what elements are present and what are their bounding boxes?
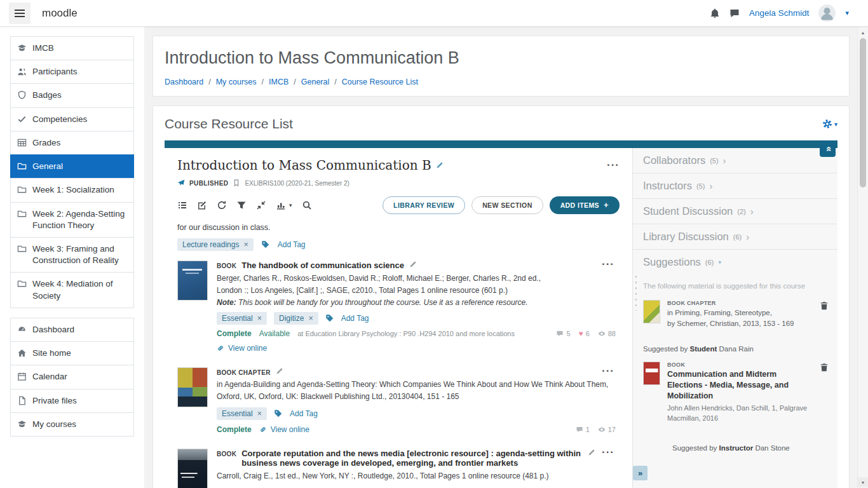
sidebar-item-mycourses[interactable]: My courses [10,412,134,437]
main-content: Introduction to Mass Communication B Das… [144,27,857,488]
messages-chat-icon[interactable] [729,8,740,19]
edit-resource-icon[interactable] [276,367,283,375]
tag-chip: Digitize× [274,312,318,325]
list-title: Introduction to Mass Communication B [177,158,431,173]
sidebar-item-week3[interactable]: Week 3: Framing and Construction of Real… [10,237,134,273]
add-tag-link[interactable]: Add Tag [341,314,369,323]
add-tag-link[interactable]: Add Tag [278,240,306,249]
edit-resource-icon[interactable] [409,261,417,268]
suggested-by-line: Suggested by Instructor Dan Stone [633,428,837,453]
tag-icon [261,240,270,249]
page-title: Introduction to Mass Communication B [165,48,837,68]
sidebar-item-privatefiles[interactable]: Private files [10,389,134,413]
comments-count[interactable]: 5 [556,330,570,337]
scroll-down-icon[interactable]: ▼ [858,477,868,487]
view-online-link[interactable]: View online [228,344,267,353]
remove-tag-icon[interactable]: × [308,315,313,323]
filter-funnel-icon[interactable] [236,200,247,210]
collapse-panel-button[interactable]: » [820,141,836,157]
resource-note: Note: This book will be handy for you th… [217,298,616,307]
chevron-right-icon: › [750,206,754,217]
breadcrumb-general[interactable]: General [301,78,329,86]
user-menu-caret-icon[interactable]: ▾ [845,9,849,17]
view-online-link[interactable]: View online [271,425,309,434]
more-options-icon[interactable]: ··· [602,449,614,456]
scrollbar-thumb[interactable] [860,38,866,187]
panel-section-suggestions[interactable]: Suggestions (6) ▾ [633,250,837,274]
suggestion-item: BOOK CHAPTER in Priming, Framing, Stereo… [633,292,837,332]
resource-meta: Carroll, Craig E., 1st ed., New York, NY… [217,470,616,482]
suggested-by-line: Suggested by Student Dana Rain [633,332,837,354]
site-brand: moodle [42,7,78,20]
add-tag-link[interactable]: Add Tag [290,409,318,418]
breadcrumb-imcb[interactable]: IMCB [269,78,288,86]
sidebar-item-competencies[interactable]: Competencies [10,107,134,132]
new-section-button[interactable]: NEW SECTION [471,196,543,214]
suggestion-title[interactable]: Communication and Midterm Elections - Me… [667,369,813,402]
sidebar-item-participants[interactable]: Participants [10,60,134,84]
search-icon[interactable] [302,200,312,210]
notifications-bell-icon[interactable] [710,8,720,19]
resource-title[interactable]: Corporate reputation and the news media … [241,449,583,468]
page-scrollbar[interactable]: ▲ ▼ [857,27,868,488]
refresh-icon[interactable] [217,200,227,210]
resource-item: BOOK CHAPTER in Agenda-Building and Agen… [177,358,620,439]
delete-trash-icon[interactable] [820,301,829,310]
panel-section-collaborators[interactable]: Collaborators (5) › [633,148,837,173]
resource-item: BOOK Corporate reputation and the news m… [177,439,620,488]
book-cover-thumbnail [643,300,660,323]
sidebar-item-sitehome[interactable]: Site home [10,341,134,365]
breadcrumb-my-courses[interactable]: My courses [216,78,257,86]
panel-section-instructors[interactable]: Instructors (5) › [633,173,837,199]
resource-type-label: BOOK [217,262,236,269]
sidebar-item-badges[interactable]: Badges [10,83,134,107]
breadcrumb-course-resource-list[interactable]: Course Resource List [342,78,418,86]
more-options-icon[interactable]: ··· [602,368,614,374]
resource-item: BOOK The handbook of communication scien… [177,251,620,358]
sidebar-item-grades[interactable]: Grades [10,131,134,155]
scroll-up-icon[interactable]: ▲ [858,27,868,37]
panel-drag-handle[interactable] [635,274,637,311]
likes-count[interactable]: ♥6 [579,330,590,337]
menu-toggle-button[interactable] [9,3,31,24]
resource-title[interactable]: The handbook of communication science [241,261,404,270]
sidebar-item-week2[interactable]: Week 2: Agenda-Setting Function Theory [10,202,134,238]
chart-icon[interactable] [276,200,286,210]
reading-list-main: Introduction to Mass Communication B ···… [165,148,633,488]
more-options-icon[interactable]: ··· [602,261,614,268]
library-review-button[interactable]: LIBRARY REVIEW [383,196,465,214]
section-tag-chip: Lecture readings × [177,238,254,251]
view-list-icon[interactable] [177,200,187,210]
course-resource-card: Course Resource List ▾ » Introduction to… [153,105,850,488]
chart-caret-icon[interactable]: ▾ [289,202,292,208]
remove-tag-icon[interactable]: × [243,241,248,249]
remove-tag-icon[interactable]: × [257,315,262,323]
panel-section-library-discussion[interactable]: Library Discussion (6) › [633,224,837,250]
comments-count[interactable]: 1 [576,426,590,433]
edit-list-title-icon[interactable] [436,161,444,169]
sidebar-item-week4[interactable]: Week 4: Mediation of Society [10,272,134,308]
delete-trash-icon[interactable] [820,363,829,372]
sidebar-item-course[interactable]: IMCB [10,36,134,60]
add-items-button[interactable]: ADD ITEMS+ [550,196,620,214]
edit-mode-icon[interactable] [197,200,207,210]
book-cover-thumbnail [643,362,660,385]
user-menu-name[interactable]: Angela Schmidt [749,8,810,18]
sidebar-item-week1[interactable]: Week 1: Socialization [10,178,134,202]
user-avatar[interactable] [818,4,836,22]
collapse-sections-icon[interactable] [256,200,266,210]
sidebar-item-general[interactable]: General [10,154,134,179]
expand-panel-button[interactable]: » [633,466,648,480]
panel-section-student-discussion[interactable]: Student Discussion (2) › [633,199,837,224]
suggestions-intro: The following material is suggested for … [633,274,837,292]
edit-resource-icon[interactable] [588,449,595,456]
sidebar-item-calendar[interactable]: Calendar [10,365,134,389]
resource-meta: in Agenda-Building and Agenda-Setting Th… [217,379,616,402]
breadcrumb-dashboard[interactable]: Dashboard [165,78,203,86]
top-navbar: moodle Angela Schmidt ▾ [0,0,868,27]
settings-gear-icon[interactable]: ▾ [822,119,837,129]
list-more-options-icon[interactable]: ··· [607,162,620,168]
sidebar-item-dashboard[interactable]: Dashboard [10,318,134,342]
book-cover-thumbnail [177,449,208,488]
remove-tag-icon[interactable]: × [257,410,262,418]
